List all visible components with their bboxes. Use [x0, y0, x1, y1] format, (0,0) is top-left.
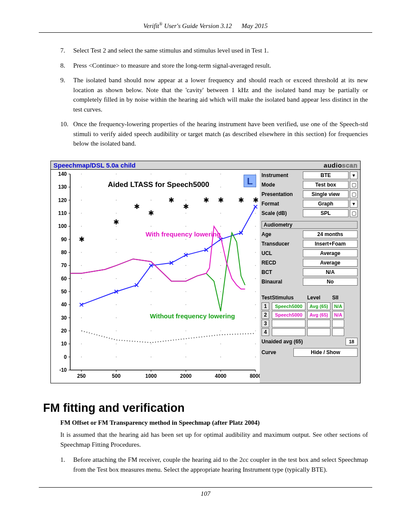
dropdown-icon[interactable]: ▾ — [350, 171, 358, 179]
figure-titlebar: Speechmap/DSL 5.0a child audioscan — [51, 161, 360, 170]
svg-point-49 — [81, 317, 82, 318]
svg-point-69 — [116, 252, 117, 253]
audiometry-row: Transducer Insert+Foam — [262, 240, 358, 248]
svg-point-47 — [81, 343, 82, 344]
svg-point-73 — [116, 199, 117, 200]
svg-point-81 — [151, 291, 152, 292]
svg-point-132 — [255, 213, 256, 214]
test-stimulus[interactable]: Speech5000 — [272, 302, 305, 310]
page-header: Verifit® User's Guide Version 3.12 May 2… — [39, 22, 372, 33]
svg-point-125 — [255, 304, 256, 305]
test-button[interactable]: 3 — [262, 320, 269, 327]
audiometry-value[interactable]: N/A — [303, 268, 358, 276]
audiometry-row: Age 24 months — [262, 230, 358, 239]
setting-row: Scale (dB) SPL ▢ — [262, 209, 358, 218]
option-button[interactable]: ▢ — [350, 190, 358, 198]
svg-point-46 — [81, 356, 82, 357]
svg-text:130: 130 — [58, 184, 67, 190]
svg-point-106 — [220, 356, 221, 357]
svg-point-61 — [116, 356, 117, 357]
list-text: Select Test 2 and select the same stimul… — [73, 46, 269, 56]
audiometry-value[interactable]: No — [303, 278, 358, 286]
svg-point-78 — [151, 330, 152, 331]
setting-value[interactable]: Single view — [303, 190, 349, 198]
test-row: 4 — [262, 328, 358, 336]
svg-point-53 — [81, 265, 82, 266]
test-level[interactable]: Avg (65) — [307, 311, 330, 319]
setting-value[interactable]: Test box — [303, 181, 349, 189]
test-button[interactable]: 4 — [262, 328, 269, 336]
audiometry-value[interactable]: Average — [303, 259, 358, 267]
svg-text:✱: ✱ — [203, 196, 209, 203]
svg-point-52 — [81, 278, 82, 279]
page-number: 107 — [201, 490, 211, 497]
svg-point-54 — [81, 252, 82, 253]
test-level[interactable] — [307, 320, 330, 327]
audiometry-value[interactable]: Insert+Foam — [303, 240, 358, 248]
svg-text:Without frequency lowering: Without frequency lowering — [150, 312, 235, 320]
setting-row: Mode Test box ▢ — [262, 181, 358, 189]
svg-text:✱: ✱ — [134, 202, 140, 210]
svg-text:90: 90 — [61, 236, 67, 242]
test-button[interactable]: 1 — [262, 302, 269, 310]
option-button[interactable]: ▢ — [350, 209, 358, 217]
setting-label: Presentation — [262, 191, 303, 197]
hide-show-button[interactable]: Hide / Show — [293, 348, 358, 357]
svg-point-51 — [81, 291, 82, 292]
svg-point-135 — [255, 174, 256, 174]
svg-point-76 — [151, 356, 152, 357]
svg-point-85 — [151, 239, 152, 240]
setting-value[interactable]: SPL — [303, 209, 349, 217]
svg-point-64 — [116, 317, 117, 318]
audiometry-row: RECD Average — [262, 259, 358, 267]
option-button[interactable]: ▢ — [350, 181, 358, 189]
svg-text:0: 0 — [64, 354, 67, 360]
svg-point-63 — [116, 330, 117, 331]
dropdown-icon[interactable]: ▾ — [350, 200, 358, 208]
audiometry-row: BCT N/A — [262, 268, 358, 277]
audiometry-label: RECD — [262, 260, 303, 266]
test-level[interactable] — [307, 328, 330, 336]
svg-text:20: 20 — [61, 328, 67, 334]
test-stimulus[interactable] — [272, 328, 305, 336]
test-level[interactable]: Avg (65) — [307, 302, 330, 310]
svg-text:1000: 1000 — [145, 373, 157, 379]
unaided-row: Unaided avg (65) 18 — [262, 338, 358, 345]
test-button[interactable]: 2 — [262, 311, 269, 319]
list-text: Once the frequency-lowering properties o… — [73, 119, 368, 149]
list-num: 7. — [60, 46, 73, 56]
setting-label: Scale (dB) — [262, 210, 303, 216]
svg-point-103 — [186, 199, 187, 200]
svg-point-95 — [186, 304, 187, 305]
svg-point-93 — [186, 330, 187, 331]
svg-text:140: 140 — [58, 171, 67, 177]
svg-text:✱: ✱ — [79, 235, 84, 243]
svg-point-99 — [186, 252, 187, 253]
svg-text:8000: 8000 — [250, 373, 260, 379]
setting-value[interactable]: BTE — [303, 171, 349, 179]
svg-point-119 — [220, 187, 221, 187]
header-title-rest: User's Guide Version 3.12 — [164, 22, 232, 29]
svg-text:100: 100 — [58, 223, 67, 229]
col-test: Test — [262, 295, 272, 301]
svg-text:60: 60 — [61, 275, 67, 281]
svg-point-77 — [151, 343, 152, 344]
figure-window-title: Speechmap/DSL 5.0a child — [53, 162, 136, 169]
setting-label: Mode — [262, 182, 303, 188]
svg-point-130 — [255, 239, 256, 240]
test-row: 1 Speech5000 Avg (65) N/A — [262, 302, 358, 310]
svg-text:70: 70 — [61, 262, 67, 268]
svg-point-117 — [220, 213, 221, 214]
svg-point-86 — [151, 226, 152, 227]
setting-value[interactable]: Graph — [303, 200, 349, 208]
list-text: Before attaching the FM receiver, couple… — [73, 455, 368, 474]
test-stimulus[interactable]: Speech5000 — [272, 311, 305, 319]
svg-text:-10: -10 — [59, 367, 67, 373]
audiometry-row: Binaural No — [262, 278, 358, 286]
test-sii — [332, 320, 344, 327]
audiometry-value[interactable]: 24 months — [303, 230, 358, 238]
audiometry-value[interactable]: Average — [303, 249, 358, 257]
ear-indicator: L — [247, 176, 252, 187]
test-stimulus[interactable] — [272, 320, 305, 327]
setting-label: Format — [262, 201, 303, 207]
